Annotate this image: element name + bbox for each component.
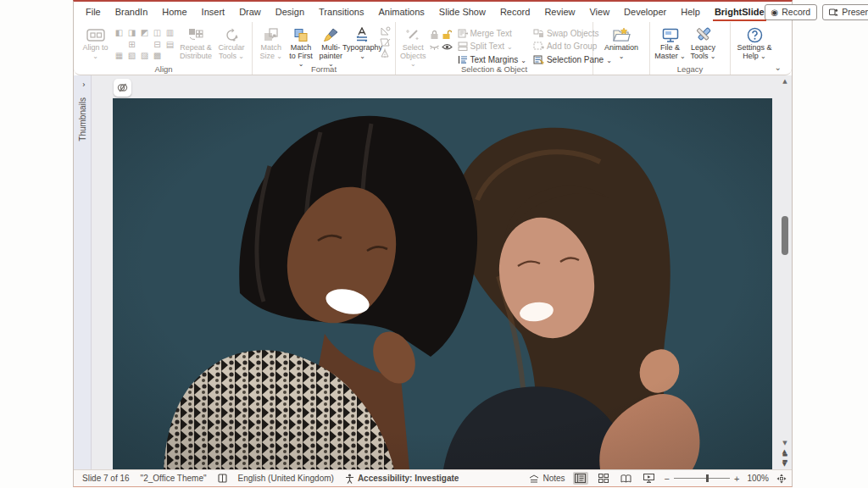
- text-margins-button[interactable]: Text Margins: [455, 53, 529, 65]
- fit-to-window-icon: [776, 474, 787, 484]
- repeat-distribute-icon: [188, 26, 203, 43]
- reading-view-button[interactable]: [619, 472, 634, 485]
- scroll-down-icon[interactable]: ▼: [782, 439, 787, 447]
- tab-brightslide[interactable]: BrightSlide: [715, 7, 765, 17]
- lock-icon[interactable]: [430, 30, 439, 40]
- scrollbar-thumb[interactable]: [782, 216, 788, 255]
- present-in-teams-button[interactable]: Present in Teams: [822, 4, 868, 20]
- thumbnails-panel-collapsed[interactable]: ⌄ Thumbnails: [74, 75, 92, 469]
- normal-view-button[interactable]: [573, 472, 588, 485]
- tab-file[interactable]: File: [86, 7, 101, 17]
- copy-rotation-icon[interactable]: [380, 26, 391, 36]
- zoom-level[interactable]: 100%: [747, 474, 769, 483]
- normal-view-icon: [575, 474, 586, 483]
- language-indicator[interactable]: English (United Kingdom): [238, 474, 334, 483]
- ribbon-group-legacy: File & Master Legacy Tools Legacy: [650, 22, 731, 75]
- align-to-button[interactable]: Align to: [80, 25, 111, 60]
- swap-positions-icon[interactable]: ◫: [151, 27, 164, 39]
- flip-object-icon[interactable]: [380, 48, 391, 58]
- merge-text-button[interactable]: Merge Text: [455, 27, 529, 39]
- record-button[interactable]: ◉ Record: [765, 4, 818, 20]
- zoom-slider[interactable]: [674, 478, 730, 479]
- match-to-first-button[interactable]: Match to First: [287, 25, 314, 69]
- tab-animations[interactable]: Animations: [378, 7, 424, 17]
- tab-brandin[interactable]: BrandIn: [115, 7, 148, 17]
- split-text-button[interactable]: Split Text: [455, 41, 529, 53]
- ribbon-group-align: Align to ◧ ◨ ◩ ◫ ▥ ⊞ ⊟ ▤ ▦ ▧ ▨ ▩ Repeat: [75, 22, 253, 75]
- thumbnails-panel-label: Thumbnails: [78, 97, 87, 141]
- tab-record[interactable]: Record: [500, 7, 530, 17]
- hide-object-icon[interactable]: [429, 43, 440, 51]
- group-label-align: Align: [75, 64, 252, 74]
- slide-sorter-view-button[interactable]: [596, 472, 611, 485]
- align-middle-icon[interactable]: ▦: [113, 50, 125, 62]
- animation-folder-icon: [612, 26, 631, 43]
- tab-view[interactable]: View: [589, 7, 609, 17]
- align-bottom-icon[interactable]: ▧: [125, 50, 138, 62]
- stack-objects-icon[interactable]: ▥: [164, 27, 176, 39]
- fit-slide-button[interactable]: [776, 474, 787, 484]
- split-text-caret-icon: [507, 42, 513, 51]
- align-left-icon[interactable]: ◧: [113, 27, 125, 39]
- scrollbar-track[interactable]: [779, 86, 791, 439]
- slide-number-indicator[interactable]: Slide 7 of 16: [82, 474, 130, 483]
- align-to-grid-icon[interactable]: ⊟: [151, 39, 164, 51]
- status-bar: Slide 7 of 16 "2_Office Theme" English (…: [74, 469, 792, 486]
- accessibility-checker[interactable]: Accessibility: Investigate: [345, 474, 459, 484]
- file-master-button[interactable]: File & Master: [654, 25, 686, 60]
- zoom-in-button[interactable]: +: [734, 474, 739, 484]
- multi-painter-button[interactable]: Multi-painter: [317, 25, 345, 69]
- accessibility-text: Accessibility: Investigate: [358, 474, 459, 483]
- expand-thumbnails-icon[interactable]: ⌄: [78, 81, 86, 88]
- monitor-icon: [662, 26, 679, 43]
- skew-object-icon[interactable]: [380, 37, 391, 47]
- tab-design[interactable]: Design: [275, 7, 304, 17]
- vertical-scrollbar[interactable]: ▲ ▼ ▲▬ ▬▼: [779, 77, 791, 468]
- swap-objects-icon: [533, 29, 544, 38]
- copilot-button[interactable]: [114, 79, 131, 97]
- scroll-up-icon[interactable]: ▲: [782, 77, 787, 86]
- tab-home[interactable]: Home: [162, 7, 186, 17]
- settings-help-button[interactable]: Settings & Help: [735, 25, 774, 60]
- legacy-tools-button[interactable]: Legacy Tools: [687, 25, 719, 60]
- tab-draw[interactable]: Draw: [239, 7, 261, 17]
- align-tools-grid: ◧ ◨ ◩ ◫ ▥ ⊞ ⊟ ▤ ▦ ▧ ▨ ▩: [113, 27, 176, 62]
- match-size-button[interactable]: Match Size: [257, 25, 285, 60]
- distribute-vertical-icon[interactable]: ▨: [138, 50, 151, 62]
- slideshow-view-button[interactable]: [642, 472, 657, 485]
- group-label-legacy: Legacy: [650, 64, 730, 74]
- slideshow-icon: [643, 474, 654, 483]
- next-slide-button[interactable]: ▬▼: [782, 459, 788, 466]
- animation-button[interactable]: Animation: [601, 25, 642, 60]
- slide-canvas[interactable]: [113, 98, 772, 469]
- select-objects-button[interactable]: Select Objects: [400, 25, 426, 69]
- ribbon-tabs: File BrandIn Home Insert Draw Design Tra…: [86, 7, 765, 17]
- align-right-icon[interactable]: ◩: [138, 27, 151, 39]
- tab-slide-show[interactable]: Slide Show: [439, 7, 486, 17]
- tab-help[interactable]: Help: [681, 7, 700, 17]
- tab-insert[interactable]: Insert: [202, 7, 225, 17]
- tab-developer[interactable]: Developer: [624, 7, 666, 17]
- align-center-icon[interactable]: ◨: [125, 27, 138, 39]
- circular-tools-button[interactable]: Circular Tools: [215, 25, 248, 60]
- typography-button[interactable]: Typography: [347, 25, 378, 60]
- repeat-distribute-button[interactable]: Repeat & Distribute: [178, 25, 214, 60]
- show-object-icon[interactable]: [442, 43, 453, 51]
- spellcheck-button[interactable]: [218, 474, 227, 483]
- theme-name[interactable]: "2_Office Theme": [141, 474, 207, 483]
- align-top-icon[interactable]: ▤: [164, 39, 176, 51]
- center-on-slide-icon[interactable]: ⊞: [125, 39, 138, 51]
- tidy-objects-icon[interactable]: ▩: [151, 50, 164, 62]
- zoom-slider-thumb[interactable]: [706, 474, 709, 482]
- tab-review[interactable]: Review: [544, 7, 575, 17]
- tab-transitions[interactable]: Transitions: [319, 7, 364, 17]
- ribbon-group-selection: Select Objects Merge Text Split Text: [396, 22, 593, 75]
- zoom-out-button[interactable]: −: [665, 474, 670, 484]
- previous-slide-button[interactable]: ▲▬: [782, 450, 788, 457]
- unlock-icon[interactable]: [442, 30, 452, 40]
- status-left: Slide 7 of 16 "2_Office Theme" English (…: [82, 474, 459, 484]
- notes-button[interactable]: Notes: [529, 474, 565, 483]
- teams-icon: [829, 8, 838, 17]
- collapse-ribbon-button[interactable]: ⌄: [775, 63, 782, 72]
- slide-work-area: ⌄ Thumbnails: [74, 75, 792, 469]
